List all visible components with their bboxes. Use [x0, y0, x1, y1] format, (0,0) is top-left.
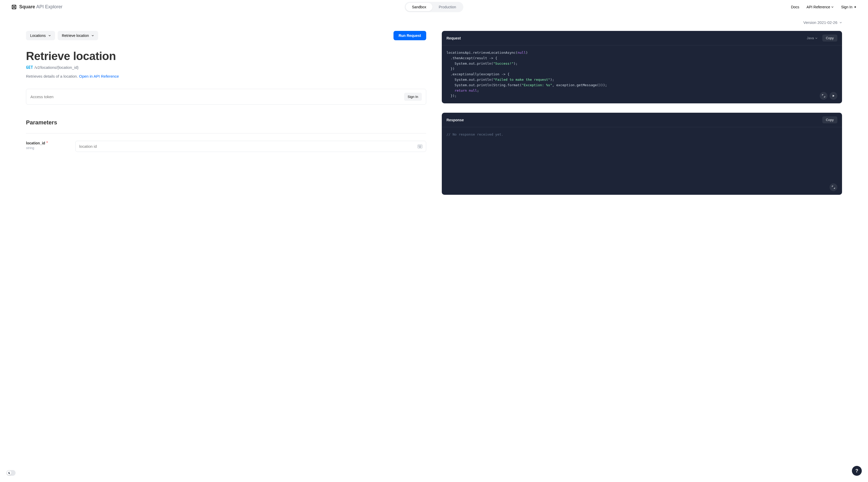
- run-request-icon-button[interactable]: [830, 92, 837, 100]
- svg-rect-1: [418, 146, 419, 146]
- svg-rect-4: [421, 146, 421, 146]
- header: Square API Explorer Sandbox Production D…: [0, 0, 868, 14]
- param-input-wrap: [75, 141, 426, 152]
- response-panel-footer: [830, 183, 837, 191]
- copy-request-button[interactable]: Copy: [822, 35, 837, 41]
- controls-row: Locations Retrieve location Run Request: [26, 31, 426, 40]
- api-reference-dropdown[interactable]: API Reference: [806, 5, 834, 9]
- header-nav: Docs API Reference Sign In: [791, 5, 857, 9]
- param-type: string: [26, 146, 65, 150]
- language-select[interactable]: Java: [807, 36, 817, 40]
- description-text: Retrieves details of a location.: [26, 74, 79, 78]
- environment-toggle: Sandbox Production: [405, 2, 463, 12]
- param-row: location_id * string: [26, 141, 426, 152]
- open-in-reference-link[interactable]: Open in API Reference: [79, 74, 119, 78]
- docs-link[interactable]: Docs: [791, 5, 799, 9]
- http-method: GET: [26, 65, 33, 70]
- response-placeholder: // No response received yet.: [446, 132, 503, 136]
- request-panel-header: Request Java Copy: [442, 31, 842, 45]
- language-label: Java: [807, 36, 814, 40]
- api-group-label: Locations: [30, 33, 46, 38]
- brand-subtitle: API Explorer: [36, 4, 62, 9]
- svg-rect-8: [421, 146, 421, 147]
- copy-response-button[interactable]: Copy: [822, 116, 837, 123]
- access-token-box: Sign In: [26, 89, 426, 105]
- request-panel-title: Request: [446, 36, 461, 40]
- right-column: Request Java Copy locationsApi.retrieveL…: [442, 31, 842, 204]
- api-reference-label: API Reference: [806, 5, 830, 9]
- location-id-input[interactable]: [79, 144, 417, 149]
- request-panel-footer: [820, 92, 837, 100]
- logo[interactable]: Square API Explorer: [11, 4, 63, 10]
- expand-icon: [832, 186, 835, 189]
- response-panel-title: Response: [446, 118, 464, 122]
- chevron-down-icon: [839, 21, 842, 24]
- access-token-input[interactable]: [30, 95, 404, 99]
- version-bar: Version 2021-02-26: [0, 14, 868, 27]
- brand-name: Square: [19, 4, 35, 9]
- expand-response-button[interactable]: [830, 183, 837, 191]
- page-title: Retrieve location: [26, 50, 426, 63]
- chevron-down-icon: [91, 34, 94, 37]
- chevron-down-icon: [815, 37, 817, 39]
- arrow-right-icon: [854, 5, 857, 8]
- svg-rect-5: [418, 146, 419, 147]
- chevron-down-icon: [48, 34, 51, 37]
- chevron-down-icon: [831, 6, 834, 8]
- endpoint-path: /v2/locations/{location_id}: [35, 65, 79, 70]
- svg-rect-2: [419, 146, 420, 146]
- response-panel: Response Copy // No response received ye…: [442, 113, 842, 195]
- request-panel-actions: Java Copy: [807, 35, 837, 41]
- description: Retrieves details of a location. Open in…: [26, 74, 426, 78]
- endpoint-select[interactable]: Retrieve location: [58, 31, 98, 40]
- expand-request-button[interactable]: [820, 92, 828, 100]
- response-panel-actions: Copy: [822, 116, 837, 123]
- param-name: location_id: [26, 141, 45, 145]
- main: Locations Retrieve location Run Request …: [0, 27, 868, 215]
- parameters-heading: Parameters: [26, 119, 426, 133]
- response-code: // No response received yet.: [442, 127, 842, 195]
- svg-rect-7: [420, 146, 421, 147]
- request-panel: Request Java Copy locationsApi.retrieveL…: [442, 31, 842, 103]
- production-button[interactable]: Production: [432, 3, 462, 11]
- keyboard-icon[interactable]: [417, 144, 422, 148]
- response-panel-header: Response Copy: [442, 113, 842, 127]
- run-request-button[interactable]: Run Request: [394, 31, 426, 40]
- sign-in-button[interactable]: Sign In: [404, 93, 422, 101]
- api-group-select[interactable]: Locations: [26, 31, 55, 40]
- sandbox-button[interactable]: Sandbox: [406, 3, 432, 11]
- version-label: Version 2021-02-26: [803, 20, 837, 25]
- left-column: Locations Retrieve location Run Request …: [26, 31, 426, 204]
- request-code: locationsApi.retrieveLocationAsync(null)…: [442, 45, 842, 103]
- svg-rect-3: [420, 146, 421, 146]
- play-icon: [832, 94, 835, 97]
- param-meta: location_id * string: [26, 141, 65, 152]
- square-logo-icon: [11, 4, 17, 10]
- required-indicator: *: [45, 141, 48, 145]
- endpoint-select-label: Retrieve location: [62, 33, 89, 38]
- expand-icon: [822, 94, 825, 97]
- sign-in-link[interactable]: Sign In: [841, 5, 857, 9]
- version-select[interactable]: Version 2021-02-26: [803, 20, 842, 25]
- svg-rect-9: [419, 147, 421, 148]
- svg-rect-6: [419, 146, 420, 147]
- sign-in-label: Sign In: [841, 5, 852, 9]
- endpoint-line: GET/v2/locations/{location_id}: [26, 65, 426, 70]
